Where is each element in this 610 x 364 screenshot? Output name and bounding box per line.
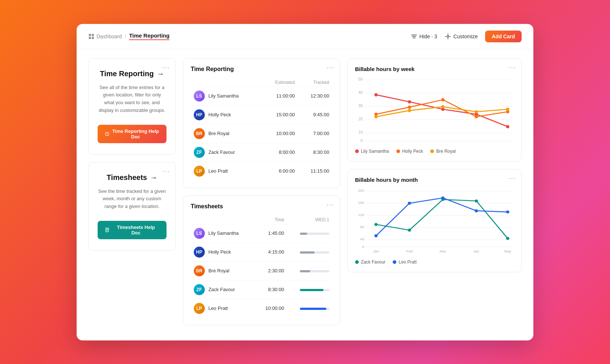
time-reporting-help-doc-button[interactable]: Time Reporting Help Doc <box>98 125 166 143</box>
svg-point-30 <box>408 105 411 109</box>
table-row: HP Holly Peck 15:00:00 9:45:00 <box>191 105 332 124</box>
user-name: Lily Samantha <box>208 93 239 99</box>
table-row: LP Leo Pratt 6:00:00 11:15:00 <box>191 162 332 180</box>
svg-text:40: 40 <box>358 91 363 95</box>
breadcrumb-separator: / <box>125 33 126 39</box>
total-value: 1:45:00 <box>256 224 287 243</box>
legend-dot-zack <box>355 260 359 264</box>
middle-column: ··· Time Reporting Estimated Tracked LS … <box>183 58 340 325</box>
timesheets-help-doc-button[interactable]: Timesheets Help Doc <box>98 221 166 239</box>
progress-fill <box>300 251 315 254</box>
svg-text:200: 200 <box>358 188 365 192</box>
estimated-value: 10:00:00 <box>262 124 298 143</box>
col-estimated-header: Estimated <box>262 78 298 87</box>
estimated-value: 15:00:00 <box>262 105 298 124</box>
table-row: BR Bre Royal 10:00:00 7:00:00 <box>191 124 332 143</box>
clock-icon <box>105 131 109 137</box>
svg-text:Jan: Jan <box>373 249 379 253</box>
time-reporting-table-title: Time Reporting <box>191 66 332 73</box>
svg-text:40: 40 <box>360 237 364 241</box>
svg-point-64 <box>474 209 478 212</box>
dashboard-label: Dashboard <box>97 33 122 39</box>
svg-point-59 <box>474 199 478 202</box>
hide-button[interactable]: Hide · 3 <box>411 33 437 40</box>
avatar: ZF <box>194 147 205 158</box>
total-value: 10:00:00 <box>256 299 287 318</box>
svg-text:120: 120 <box>358 213 365 216</box>
add-card-button[interactable]: Add Card <box>485 31 522 42</box>
user-cell: ZF Zack Favour <box>191 280 256 299</box>
time-reporting-table-menu[interactable]: ··· <box>327 64 334 71</box>
progress-cell <box>287 243 332 261</box>
col-name-header <box>191 78 262 87</box>
avatar: HP <box>194 247 205 258</box>
billable-week-card-menu[interactable]: ··· <box>508 64 516 71</box>
svg-point-34 <box>374 115 378 118</box>
user-cell: BR Bre Royal <box>191 261 256 280</box>
right-column: ··· Billable hours by week 50 40 30 20 1… <box>347 58 522 325</box>
hide-icon <box>411 33 417 40</box>
progress-bar <box>300 251 329 254</box>
billable-week-chart: 50 40 30 20 10 0 Week 6 Week 7 W <box>355 77 514 143</box>
table-row: BR Bre Royal 2:30:00 <box>191 261 332 280</box>
billable-month-title: Billable hours by month <box>355 177 514 183</box>
billable-week-title: Billable hours by week <box>355 66 514 72</box>
user-cell: ZF Zack Favour <box>191 143 262 162</box>
timesheets-info-card: ··· Timesheets → See the time tracked fo… <box>88 162 176 251</box>
ts-col-total-header: Total <box>256 216 287 224</box>
svg-point-32 <box>474 115 478 118</box>
svg-text:May: May <box>504 249 511 253</box>
table-row: LS Lily Samantha 11:00:00 12:30:00 <box>191 86 332 105</box>
timesheets-arrow-icon: → <box>150 173 157 182</box>
doc-icon <box>105 227 110 233</box>
svg-text:0: 0 <box>360 138 362 142</box>
billable-week-legend: Lily Samantha Holly Peck Bre Royal <box>355 149 514 154</box>
time-reporting-card-menu[interactable]: ··· <box>162 64 170 71</box>
legend-zack: Zack Favour <box>355 259 386 265</box>
time-reporting-table: Estimated Tracked LS Lily Samantha 11:00… <box>191 78 332 180</box>
svg-point-25 <box>408 100 411 103</box>
svg-point-65 <box>506 210 509 213</box>
svg-point-37 <box>474 110 478 113</box>
user-cell: BR Bre Royal <box>191 124 262 143</box>
avatar: ZF <box>194 284 205 295</box>
progress-fill <box>300 270 310 272</box>
svg-text:160: 160 <box>358 201 365 204</box>
tracked-value: 12:30:00 <box>298 86 332 105</box>
progress-bar <box>300 308 329 310</box>
billable-by-week-card: ··· Billable hours by week 50 40 30 20 1… <box>347 58 522 162</box>
billable-month-card-menu[interactable]: ··· <box>508 174 516 182</box>
total-value: 8:30:00 <box>256 280 287 299</box>
total-value: 4:15:00 <box>256 243 287 261</box>
app-container: Dashboard / Time Reporting Hide · 3 Cust… <box>77 24 533 340</box>
svg-text:30: 30 <box>358 104 363 108</box>
avatar: HP <box>194 109 205 120</box>
timesheets-table-card: ··· Timesheets Total WED,1 LS Lily Saman… <box>183 195 340 325</box>
tracked-value: 7:00:00 <box>298 124 332 143</box>
user-cell: LS Lily Samantha <box>191 224 256 243</box>
estimated-value: 11:00:00 <box>262 86 298 105</box>
avatar: BR <box>194 128 205 139</box>
user-cell: LP Leo Pratt <box>191 299 256 318</box>
dashboard-icon <box>88 33 94 39</box>
svg-rect-0 <box>89 34 91 36</box>
user-name: Bre Royal <box>208 131 229 136</box>
time-reporting-description: See all of the time entries for a given … <box>98 84 166 114</box>
customize-button[interactable]: Customize <box>445 33 478 40</box>
time-reporting-table-card: ··· Time Reporting Estimated Tracked LS … <box>183 58 340 188</box>
tracked-value: 9:45:00 <box>298 105 332 124</box>
avatar: LP <box>194 303 205 314</box>
billable-month-legend: Zack Favour Leo Pratt <box>355 259 514 265</box>
table-row: HP Holly Peck 4:15:00 <box>191 243 332 261</box>
table-row: ZF Zack Favour 8:30:00 <box>191 280 332 299</box>
progress-bar <box>300 289 329 291</box>
timesheets-table-menu[interactable]: ··· <box>327 201 334 209</box>
current-page-label: Time Reporting <box>129 32 169 40</box>
breadcrumb-dashboard[interactable]: Dashboard <box>88 33 122 39</box>
svg-point-31 <box>441 98 444 101</box>
svg-point-35 <box>408 109 411 112</box>
user-name: Zack Favour <box>208 149 235 155</box>
user-cell: LP Leo Pratt <box>191 162 262 180</box>
avatar: BR <box>194 265 205 276</box>
timesheets-card-menu[interactable]: ··· <box>162 167 170 175</box>
